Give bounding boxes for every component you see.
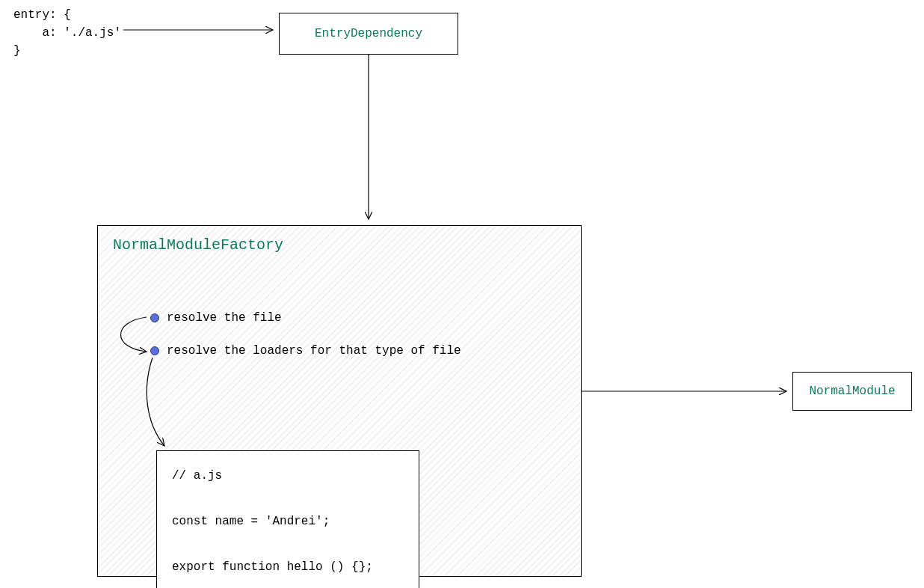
bullet-icon [150,313,159,322]
factory-title: NormalModuleFactory [113,236,283,254]
bullet-text-2: resolve the loaders for that type of fil… [167,344,461,358]
bullet-icon [150,346,159,355]
normal-module-factory-box: NormalModuleFactory resolve the file res… [97,225,582,577]
entry-dependency-box: EntryDependency [279,13,458,55]
normal-module-label: NormalModule [809,385,895,398]
inner-code-box: // a.js const name = 'Andrei'; export fu… [156,450,419,588]
normal-module-box: NormalModule [792,372,912,411]
bullet-row-1: resolve the file [150,311,282,325]
bullet-row-2: resolve the loaders for that type of fil… [150,344,461,358]
bullet-text-1: resolve the file [167,311,282,325]
entry-code-snippet: entry: { a: './a.js' } [13,6,121,60]
entry-dependency-label: EntryDependency [315,27,422,40]
